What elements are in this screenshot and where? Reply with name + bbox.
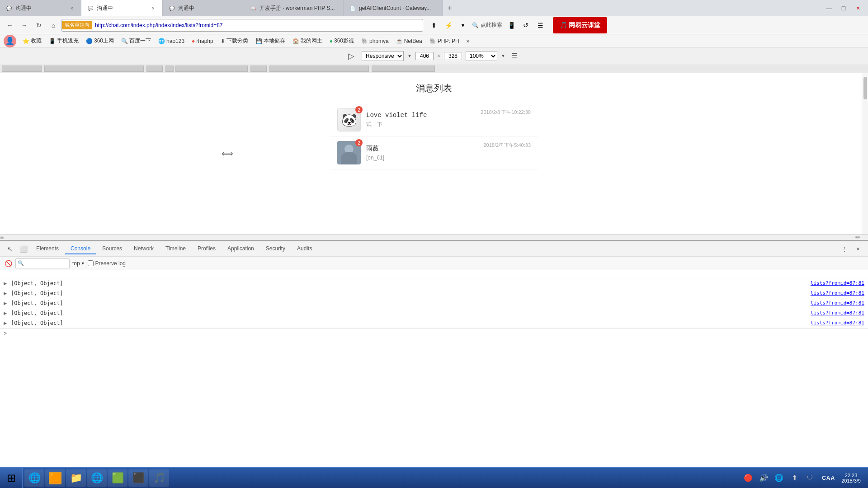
refresh-button[interactable]: ↻ bbox=[33, 19, 45, 32]
responsive-height-input[interactable] bbox=[444, 52, 462, 60]
address-input[interactable] bbox=[92, 21, 423, 29]
preserve-log-checkbox[interactable] bbox=[88, 260, 94, 266]
scrollbar[interactable] bbox=[862, 73, 868, 234]
taskbar-notif-2[interactable]: 🔊 bbox=[757, 472, 770, 484]
bookmark-11[interactable]: ☕NetBea bbox=[393, 37, 425, 45]
console-entry-4[interactable]: ▶ [Object, Object] lists?fromid=87:81 bbox=[0, 318, 868, 328]
bookmark-4[interactable]: 🌐hao123 bbox=[156, 37, 187, 45]
taskbar-ie2[interactable]: 🌐 bbox=[87, 469, 107, 487]
zoom-select[interactable]: 100% bbox=[466, 51, 497, 61]
search-button[interactable]: 🔍 点此搜索 bbox=[472, 21, 502, 29]
responsive-mode-select[interactable]: Responsive bbox=[362, 51, 404, 61]
close-button[interactable]: × bbox=[852, 2, 864, 14]
entry-toggle-0[interactable]: ▶ bbox=[4, 280, 11, 286]
forward-button[interactable]: → bbox=[18, 19, 31, 32]
tab-security[interactable]: Security bbox=[260, 244, 291, 254]
tablet-icon[interactable]: 📱 bbox=[506, 20, 517, 31]
width-input[interactable] bbox=[415, 52, 434, 60]
pencil-icon[interactable]: ✏ bbox=[855, 234, 861, 241]
tab-5[interactable]: 📄 getAllClientCount · Gateway... bbox=[344, 0, 443, 16]
responsive-dropdown[interactable]: ▼ bbox=[407, 53, 412, 58]
taskbar-terminal[interactable]: ⬛ bbox=[128, 469, 148, 487]
tab-application[interactable]: Application bbox=[222, 244, 259, 254]
entry-toggle-3[interactable]: ▶ bbox=[4, 310, 11, 316]
tab-console[interactable]: Console bbox=[65, 244, 96, 254]
taskbar-notif-4[interactable]: ⬆ bbox=[788, 472, 801, 484]
scrollbar-thumb[interactable] bbox=[863, 77, 867, 99]
tab-sources[interactable]: Sources bbox=[97, 244, 127, 254]
console-entry-2[interactable]: ▶ [Object, Object] lists?fromid=87:81 bbox=[0, 298, 868, 308]
entry-link-3[interactable]: lists?fromid=87:81 bbox=[811, 310, 864, 316]
bookmark-0[interactable]: ⭐收藏 bbox=[20, 36, 44, 46]
bookmark-8[interactable]: 🏠我的网主 bbox=[290, 36, 325, 46]
back-button[interactable]: ← bbox=[4, 19, 16, 32]
taskbar-ie[interactable]: 🌐 bbox=[24, 469, 44, 487]
entry-link-0[interactable]: lists?fromid=87:81 bbox=[811, 280, 864, 286]
tab-1[interactable]: 💬 沟通中 × bbox=[0, 0, 81, 16]
lightning-icon[interactable]: ⚡ bbox=[443, 20, 454, 31]
bookmark-7[interactable]: 💾本地储存 bbox=[253, 36, 288, 46]
bookmark-10[interactable]: 🐘phpmya bbox=[359, 37, 392, 45]
preserve-log-label[interactable]: Preserve log bbox=[88, 260, 126, 267]
console-entry-0[interactable]: ▶ [Object, Object] lists?fromid=87:81 bbox=[0, 278, 868, 288]
console-entry-3[interactable]: ▶ [Object, Object] lists?fromid=87:81 bbox=[0, 308, 868, 318]
bookmark-more[interactable]: » bbox=[464, 37, 472, 45]
bookmark-2[interactable]: 🔵360上网 bbox=[83, 36, 117, 46]
tab-1-close[interactable]: × bbox=[68, 5, 75, 12]
devtools-close-btn[interactable]: × bbox=[852, 243, 864, 255]
tab-elements[interactable]: Elements bbox=[31, 244, 64, 254]
taskbar-explorer[interactable]: 📁 bbox=[66, 469, 86, 487]
play-button[interactable]: ▷ bbox=[348, 51, 354, 61]
height-input[interactable] bbox=[444, 52, 462, 60]
console-prompt-row[interactable]: > bbox=[0, 328, 868, 338]
tab-network[interactable]: Network bbox=[128, 244, 159, 254]
console-entry-1[interactable]: ▶ [Object, Object] lists?fromid=87:81 bbox=[0, 288, 868, 298]
resize-handle-left[interactable]: ⟺ bbox=[222, 149, 233, 159]
devtools-more-btn[interactable]: ⋮ bbox=[838, 243, 851, 255]
taskbar-folder[interactable]: 🟧 bbox=[45, 469, 65, 487]
new-tab-button[interactable]: + bbox=[443, 0, 457, 16]
taskbar-notif-3[interactable]: 🌐 bbox=[773, 472, 785, 484]
devtools-pointer-icon[interactable]: ↖ bbox=[4, 243, 16, 255]
taskbar-media[interactable]: 🎵 bbox=[149, 469, 169, 487]
home-button[interactable]: ⌂ bbox=[47, 19, 60, 32]
bookmark-1[interactable]: 📱手机返充 bbox=[46, 36, 81, 46]
restore-button[interactable]: □ bbox=[837, 2, 850, 14]
tab-4[interactable]: 📖 开发手册 · workerman PHP S... bbox=[244, 0, 344, 16]
minimize-button[interactable]: — bbox=[823, 2, 835, 14]
entry-link-2[interactable]: lists?fromid=87:81 bbox=[811, 300, 864, 306]
tab-timeline[interactable]: Timeline bbox=[160, 244, 191, 254]
bookmark-3[interactable]: 🔍百度一下 bbox=[118, 36, 154, 46]
taskbar-notif-1[interactable]: 🔴 bbox=[742, 472, 755, 484]
tab-2-close[interactable]: × bbox=[150, 5, 157, 12]
message-item-1[interactable]: 2 雨薇 [en_61] 2018/2/7 下午5:40:33 bbox=[330, 136, 538, 169]
history-icon[interactable]: ↺ bbox=[520, 20, 531, 31]
filter-input-wrapper[interactable]: 🔍 bbox=[15, 258, 70, 268]
start-button[interactable]: ⊞ bbox=[0, 468, 23, 488]
bookmark-5[interactable]: ●rhaphp bbox=[189, 37, 216, 45]
zoom-dropdown[interactable]: ▼ bbox=[501, 53, 505, 58]
resize-divider[interactable]: ≡ ✏ bbox=[0, 234, 868, 240]
entry-link-4[interactable]: lists?fromid=87:81 bbox=[811, 320, 864, 326]
tab-profiles[interactable]: Profiles bbox=[192, 244, 221, 254]
menu-icon[interactable]: ☰ bbox=[535, 20, 546, 31]
dropdown-icon[interactable]: ▼ bbox=[458, 20, 468, 31]
tab-3[interactable]: 💬 沟通中 bbox=[163, 0, 244, 16]
tab-2[interactable]: 💬 沟通中 × bbox=[81, 0, 163, 16]
bookmark-6[interactable]: ⬇下载分类 bbox=[218, 36, 251, 46]
taskbar-security-icon[interactable]: 🛡 bbox=[803, 472, 816, 484]
entry-link-1[interactable]: lists?fromid=87:81 bbox=[811, 290, 864, 296]
responsive-menu-btn[interactable]: ☰ bbox=[509, 51, 520, 61]
filter-dropdown[interactable]: top ▼ bbox=[72, 260, 85, 267]
entry-toggle-1[interactable]: ▶ bbox=[4, 290, 11, 296]
bookmark-9[interactable]: ●360影视 bbox=[327, 36, 357, 46]
share-icon[interactable]: ⬆ bbox=[429, 20, 439, 31]
entry-toggle-2[interactable]: ▶ bbox=[4, 300, 11, 306]
clear-console-btn[interactable]: 🚫 bbox=[4, 259, 13, 268]
responsive-width[interactable] bbox=[415, 52, 434, 60]
entry-toggle-4[interactable]: ▶ bbox=[4, 320, 11, 326]
bookmark-12[interactable]: 🐘PHP: PH bbox=[427, 37, 462, 45]
message-item-0[interactable]: 🐼 2 Love violet life 试一下 2018/2/8 下午10:2… bbox=[330, 103, 538, 136]
devtools-inspect-icon[interactable]: ⬜ bbox=[17, 243, 30, 255]
tab-audits[interactable]: Audits bbox=[292, 244, 317, 254]
